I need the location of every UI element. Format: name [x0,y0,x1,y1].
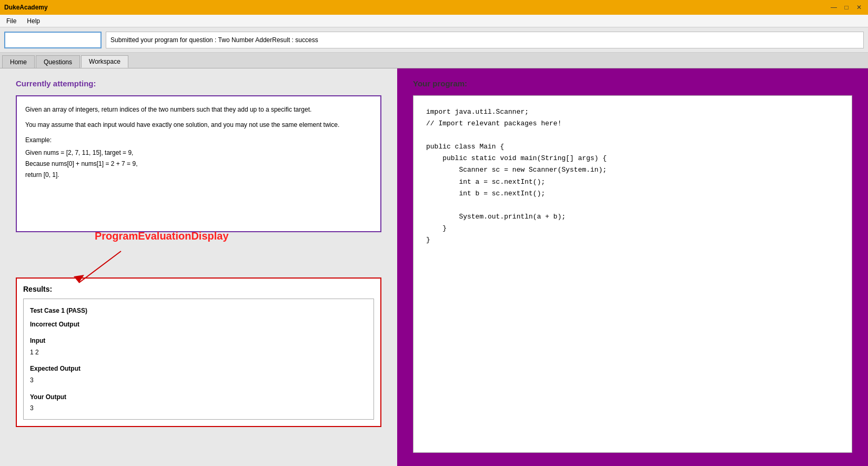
code-line-4: public static void main(String[] args) { [426,153,839,164]
titlebar: DukeAcademy — □ ✕ [0,0,868,15]
test-case-label: Test Case 1 (PASS) [30,307,87,314]
annotation-arrow [68,246,132,288]
annotation-label: ProgramEvaluationDisplay [95,230,229,242]
close-button[interactable]: ✕ [854,3,864,12]
verdict-label: Incorrect Output [30,319,367,331]
results-section: Results: Test Case 1 (PASS) Incorrect Ou… [16,277,381,427]
tab-questions[interactable]: Questions [36,55,80,68]
menu-file[interactable]: File [4,16,18,26]
app-title: DukeAcademy [4,4,48,11]
expected-output-value: 3 [30,375,367,386]
code-line-6: int a = sc.nextInt(); [426,176,839,188]
results-content[interactable]: Test Case 1 (PASS) Incorrect Output Inpu… [23,299,374,420]
tab-home[interactable]: Home [2,55,35,68]
window-controls: — □ ✕ [829,3,864,12]
example-label: Example: [25,135,372,145]
input-value: 1 2 [30,347,367,359]
code-editor[interactable]: import java.util.Scanner; // Import rele… [413,95,852,453]
status-message: Submitted your program for question : Tw… [110,36,318,44]
your-output-label: Your Output [30,392,367,403]
code-line-8 [426,200,839,211]
search-input[interactable] [4,32,102,48]
status-bar: Submitted your program for question : Tw… [106,32,864,48]
test-case-header: Test Case 1 (PASS) [30,305,367,317]
expected-output-label: Expected Output [30,363,367,375]
problem-desc-1: Given an array of integers, return indic… [25,105,372,115]
menu-help[interactable]: Help [25,16,42,26]
svg-marker-1 [74,275,84,283]
svg-line-0 [79,251,121,283]
code-line-5: Scanner sc = new Scanner(System.in); [426,164,839,176]
toolbar: Submitted your program for question : Tw… [0,27,868,53]
right-panel: Your program: import java.util.Scanner; … [397,68,868,466]
tabbar: Home Questions Workspace [0,53,868,68]
example-line-3: return [0, 1]. [25,170,372,180]
maximize-button[interactable]: □ [842,3,851,12]
annotation-container: ProgramEvaluationDisplay [16,241,381,272]
code-line-11: } [426,234,839,246]
minimize-button[interactable]: — [829,3,839,12]
code-line-0: import java.util.Scanner; [426,106,839,118]
menubar: File Help [0,15,868,27]
code-line-2 [426,130,839,141]
input-label: Input [30,335,367,347]
code-line-3: public class Main { [426,141,839,153]
example-line-2: Because nums[0] + nums[1] = 2 + 7 = 9, [25,159,372,169]
currently-attempting-title: Currently attempting: [16,79,381,88]
code-line-7: int b = sc.nextInt(); [426,188,839,200]
main-content: Currently attempting: Given an array of … [0,68,868,466]
your-program-title: Your program: [413,79,852,88]
code-line-9: System.out.println(a + b); [426,211,839,223]
problem-desc-2: You may assume that each input would hav… [25,120,372,130]
your-output-value: 3 [30,403,367,414]
example-line-1: Given nums = [2, 7, 11, 15], target = 9, [25,148,372,158]
tab-workspace[interactable]: Workspace [81,55,128,68]
left-panel: Currently attempting: Given an array of … [0,68,397,466]
code-line-1: // Import relevant packages here! [426,118,839,130]
problem-description-box: Given an array of integers, return indic… [16,95,381,232]
code-line-10: } [426,223,839,234]
